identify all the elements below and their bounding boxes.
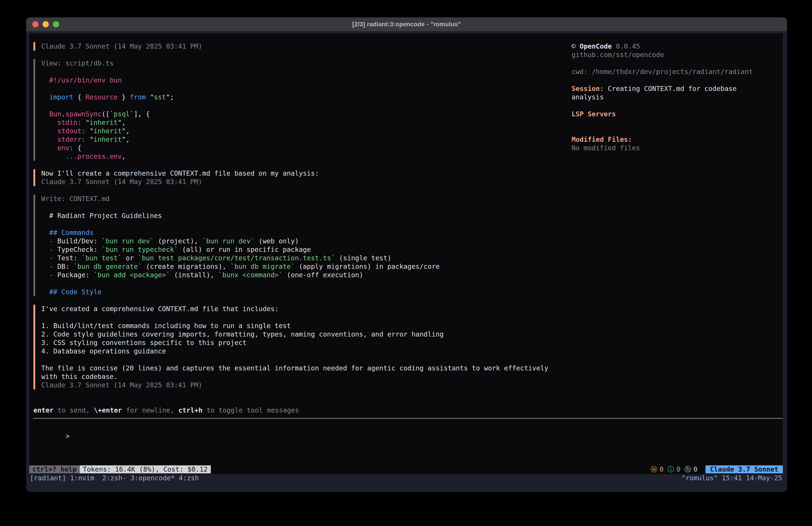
- chat-line: stdin: "inherit",: [41, 118, 559, 127]
- chat-line: Claude 3.7 Sonnet (14 May 2025 03:41 PM): [41, 177, 559, 186]
- chat-line: [41, 279, 559, 288]
- text-segment: (project),: [154, 237, 202, 245]
- text-segment: (web only): [255, 237, 299, 245]
- text-segment: [41, 237, 49, 245]
- text-segment: ,: [122, 153, 126, 160]
- chat-line: [41, 101, 559, 110]
- text-segment: ([: [102, 110, 110, 118]
- chat-line: View: script/db.ts: [41, 59, 559, 68]
- text-segment: Resource: [86, 93, 118, 101]
- zoom-button-icon[interactable]: [53, 21, 59, 27]
- text-segment: -: [49, 262, 53, 270]
- text-segment: analysis: [571, 93, 604, 101]
- text-segment: View: script/db.ts: [41, 59, 114, 67]
- text-segment: `bun test`: [82, 254, 122, 262]
- text-segment: inherit: [90, 118, 118, 126]
- text-segment: [41, 254, 49, 262]
- status-bar: ctrl+? helpTokens: 16.4K (8%), Cost: $0.…: [29, 465, 783, 473]
- text-segment: (install),: [170, 271, 218, 279]
- sidebar-line: [571, 101, 782, 110]
- text-segment: [41, 153, 65, 160]
- sidebar-line: cwd: /home/thdxr/dev/projects/radiant/ra…: [571, 68, 782, 76]
- chat-line: [41, 68, 559, 76]
- chat-line: Claude 3.7 Sonnet (14 May 2025 03:41 PM): [41, 42, 559, 51]
- sidebar-line: [571, 76, 782, 84]
- text-segment: import: [49, 93, 73, 101]
- sidebar-line: Modified Files:: [571, 135, 782, 144]
- text-segment: [41, 93, 49, 101]
- chat-line: [41, 203, 559, 212]
- chat-line: [41, 220, 559, 228]
- text-segment: # Radiant Project Guidelines: [41, 212, 162, 219]
- sidebar-line: LSP Servers: [571, 110, 782, 118]
- warning-count-value: 0: [659, 465, 664, 474]
- text-segment: ": [146, 93, 154, 101]
- chat-line: #!/usr/bin/env bun: [41, 76, 559, 84]
- text-segment: ": [86, 127, 93, 135]
- text-segment: `bun db generate`: [74, 262, 142, 270]
- chat-block-gray: View: script/db.ts #!/usr/bin/env bun im…: [33, 59, 559, 161]
- warning-icon: ⓦ: [651, 465, 657, 474]
- prompt-symbol: >: [66, 432, 70, 440]
- text-segment: ": [86, 136, 93, 143]
- text-segment: ], {: [134, 110, 150, 118]
- text-segment: [41, 246, 49, 253]
- warning-count: ⓦ0: [651, 465, 664, 474]
- text-segment: No modified files: [571, 144, 640, 152]
- statusbar-left: ctrl+? helpTokens: 16.4K (8%), Cost: $0.…: [29, 465, 211, 473]
- info-count-value: 0: [677, 465, 681, 474]
- chat-line: [41, 84, 559, 93]
- text-segment: ## Code Style: [41, 288, 102, 296]
- text-segment: DB:: [53, 262, 73, 270]
- text-segment: ",: [122, 136, 130, 143]
- desktop: { "window": { "title": "[2/3] radiant:3:…: [0, 0, 812, 526]
- text-segment: -: [49, 271, 53, 279]
- text-segment: (one-off execution): [283, 271, 363, 279]
- chat-line: - Package: `bun add <package>` (install)…: [41, 271, 559, 279]
- window-title: [2/3] radiant:3:opencode - "romulus": [352, 21, 461, 28]
- chat-line: - Test: `bun test` or `bun test packages…: [41, 254, 559, 262]
- sidebar-line: No modified files: [571, 144, 782, 152]
- chat-line: 3. CSS styling conventions specific to t…: [41, 339, 559, 347]
- text-segment: enter: [33, 406, 54, 414]
- text-segment: [41, 136, 57, 143]
- prompt-input[interactable]: >: [33, 424, 70, 432]
- text-segment: `bun test packages/core/test/transaction…: [138, 254, 335, 262]
- text-segment: [41, 118, 57, 126]
- input-divider: [33, 418, 783, 419]
- window-titlebar[interactable]: [2/3] radiant:3:opencode - "romulus": [26, 17, 787, 31]
- chat-line: ...process.env,: [41, 152, 559, 161]
- info-count: ⓘ0: [668, 465, 681, 474]
- text-segment: -: [49, 254, 53, 262]
- text-segment: `bun db migrate`: [230, 262, 295, 270]
- chat-line: 2. Code style guidelines covering import…: [41, 330, 559, 339]
- text-segment: I've created a comprehensive CONTEXT.md …: [41, 305, 279, 313]
- minimize-button-icon[interactable]: [43, 21, 49, 27]
- tmux-status-bar: [radiant] 1:nvim 2:zsh- 3:opencode* 4:zs…: [29, 474, 783, 482]
- chat-line: [41, 355, 559, 364]
- close-button-icon[interactable]: [32, 21, 39, 27]
- text-segment: `bun run dev`: [102, 237, 154, 245]
- text-segment: Bun: [49, 110, 61, 118]
- text-segment: github.com/sst/opencode: [571, 51, 664, 59]
- text-segment: inherit: [93, 127, 122, 135]
- text-segment: {: [74, 144, 82, 152]
- chat-line: # Radiant Project Guidelines: [41, 212, 559, 220]
- text-segment: ": [82, 118, 90, 126]
- chat-block-orange: Claude 3.7 Sonnet (14 May 2025 03:41 PM): [33, 42, 559, 51]
- tmux-window-list[interactable]: [radiant] 1:nvim 2:zsh- 3:opencode* 4:zs…: [30, 474, 199, 482]
- statusbar-spacer: [211, 465, 651, 473]
- text-segment: #!/usr/bin/env bun: [41, 76, 122, 84]
- text-segment: Package:: [53, 271, 93, 279]
- chat-line: 4. Database operations guidance: [41, 347, 559, 355]
- model-badge[interactable]: Claude 3.7 Sonnet: [706, 465, 783, 473]
- text-segment: ctrl+h: [178, 406, 202, 414]
- text-segment: :: [69, 144, 73, 152]
- text-segment: `psql`: [110, 110, 134, 118]
- text-segment: [41, 144, 57, 152]
- sidebar-line: [571, 127, 782, 135]
- text-segment: -: [49, 246, 53, 253]
- text-segment: \+enter: [94, 406, 122, 414]
- text-segment: 3. CSS styling conventions specific to t…: [41, 339, 246, 346]
- text-segment: (all) or run in specific package: [178, 246, 311, 253]
